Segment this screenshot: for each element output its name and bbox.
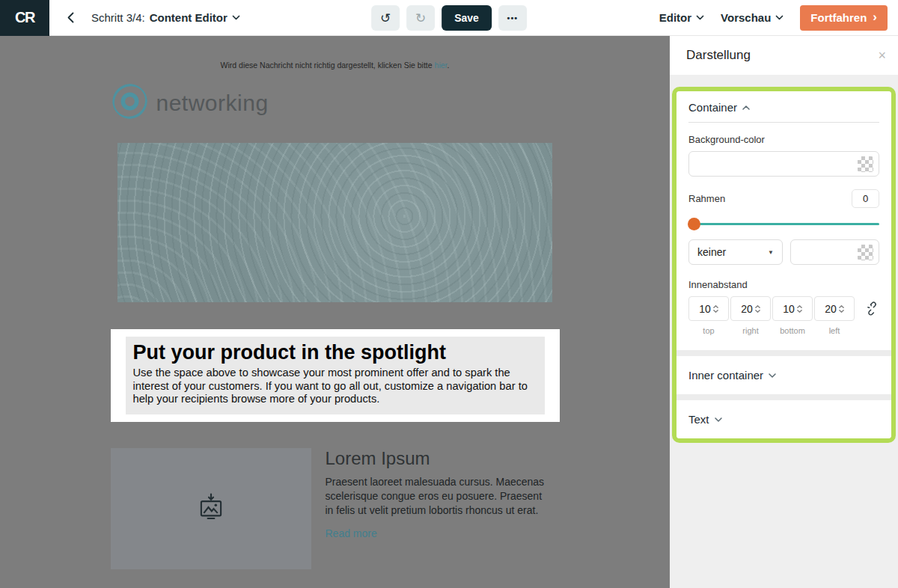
border-width-input[interactable] [852, 189, 879, 208]
stepper-arrows-icon[interactable] [713, 305, 718, 313]
notice-link[interactable]: hier [435, 61, 448, 70]
notice-suffix: . [447, 61, 449, 70]
read-more-link[interactable]: Read more [326, 527, 377, 539]
close-icon[interactable]: × [878, 49, 886, 62]
sidebar-header: Darstellung × [670, 36, 898, 75]
view-tools: Editor Vorschau Fortfahren › [659, 5, 898, 31]
border-width-slider[interactable] [688, 218, 879, 230]
app-logo[interactable]: CR [0, 0, 49, 36]
step-selector[interactable]: Schritt 3/4: Content Editor [91, 11, 240, 24]
chevron-down-icon [769, 373, 776, 378]
redo-icon: ↻ [415, 10, 426, 26]
brand-logo-icon [111, 82, 149, 123]
padding-top-input[interactable]: 10 [688, 296, 729, 321]
editor-menu[interactable]: Editor [659, 11, 704, 24]
chevron-left-icon [67, 12, 74, 23]
padding-bottom-input[interactable]: 10 [772, 296, 813, 321]
section-inner-container-header[interactable]: Inner container [688, 369, 879, 382]
stepper-arrows-icon[interactable] [839, 305, 844, 313]
border-style-value: keiner [697, 246, 726, 258]
brand-logo-block[interactable]: networking [111, 82, 560, 123]
sidebar-spacer [670, 75, 898, 87]
slider-thumb[interactable] [688, 218, 700, 230]
padding-left-value: 20 [825, 303, 837, 315]
image-upload-icon [195, 491, 227, 526]
background-color-label: Background-color [688, 134, 879, 145]
padding-left-stepper: 20 left [814, 296, 855, 335]
spotlight-body: Use the space above to showcase your mos… [133, 367, 537, 405]
editor-menu-label: Editor [659, 11, 691, 24]
spotlight-heading: Put your product in the spotlight [133, 340, 537, 364]
section-container-label: Container [688, 101, 737, 114]
save-button[interactable]: Save [442, 5, 492, 31]
hero-image-block[interactable] [117, 143, 552, 302]
edit-tools: ↺ ↻ Save ••• [371, 0, 527, 36]
undo-button[interactable]: ↺ [371, 5, 400, 31]
redo-button[interactable]: ↻ [406, 5, 435, 31]
email-canvas: Wird diese Nachricht nicht richtig darge… [0, 36, 670, 588]
preview-menu[interactable]: Vorschau [721, 11, 784, 24]
selected-text-container[interactable]: Put your product in the spotlight Use th… [111, 329, 560, 422]
image-placeholder-block[interactable] [111, 448, 311, 569]
email-document: Wird diese Nachricht nicht richtig darge… [111, 61, 560, 569]
spotlight-inner-container: Put your product in the spotlight Use th… [126, 337, 545, 414]
stepper-arrows-icon[interactable] [755, 305, 760, 313]
app-logo-text: CR [15, 9, 34, 26]
preview-menu-label: Vorschau [721, 11, 771, 24]
undo-icon: ↺ [380, 10, 391, 26]
more-options-button[interactable]: ••• [498, 5, 527, 31]
chevron-down-icon [232, 15, 240, 20]
transparency-swatch-icon[interactable] [858, 156, 873, 172]
caret-down-icon: ▼ [768, 249, 774, 256]
brand-name: networking [156, 91, 269, 116]
padding-right-value: 20 [741, 303, 753, 315]
sidebar-title: Darstellung [686, 48, 751, 63]
section-text-label: Text [688, 413, 709, 426]
padding-right-input[interactable]: 20 [730, 296, 771, 321]
browser-view-notice: Wird diese Nachricht nicht richtig darge… [111, 61, 560, 70]
style-sidebar: Darstellung × Container Background-color [670, 36, 898, 588]
top-toolbar: CR Schritt 3/4: Content Editor ↺ ↻ Save … [0, 0, 898, 36]
section-divider [688, 122, 879, 123]
notice-text: Wird diese Nachricht nicht richtig darge… [221, 61, 435, 70]
section-text-header[interactable]: Text [688, 413, 879, 426]
padding-bottom-stepper: 10 bottom [772, 296, 813, 335]
padding-left-input[interactable]: 20 [814, 296, 855, 321]
border-label: Rahmen [688, 193, 725, 204]
article-block: Lorem Ipsum Praesent laoreet malesuada c… [111, 448, 560, 569]
padding-right-label: right [730, 326, 771, 335]
padding-steppers: 10 top 20 [688, 296, 879, 335]
section-inner-container[interactable]: Inner container [676, 356, 891, 394]
chevron-up-icon [742, 105, 750, 110]
section-container-header[interactable]: Container [688, 101, 879, 114]
padding-label: Innenabstand [688, 279, 879, 290]
step-name: Content Editor [150, 11, 227, 24]
unlink-values-icon[interactable] [865, 301, 879, 319]
sidebar-empty-area [670, 443, 898, 588]
article-text-block[interactable]: Lorem Ipsum Praesent laoreet malesuada c… [326, 448, 560, 569]
continue-label: Fortfahren [810, 11, 867, 24]
article-heading: Lorem Ipsum [326, 448, 552, 469]
padding-right-stepper: 20 right [730, 296, 771, 335]
background-color-input[interactable] [688, 151, 879, 177]
padding-left-label: left [814, 326, 855, 335]
border-color-input[interactable] [790, 239, 879, 265]
chevron-down-icon [775, 15, 784, 20]
back-button[interactable] [55, 3, 85, 33]
padding-top-stepper: 10 top [688, 296, 729, 335]
border-style-select[interactable]: keiner ▼ [688, 239, 783, 265]
slider-track[interactable] [688, 223, 879, 225]
continue-button[interactable]: Fortfahren › [800, 5, 888, 31]
article-body: Praesent laoreet malesuada cursus. Maece… [326, 475, 552, 518]
transparency-swatch-icon[interactable] [858, 245, 873, 260]
section-text[interactable]: Text [676, 400, 891, 438]
ellipsis-icon: ••• [507, 13, 519, 22]
chevron-down-icon [696, 15, 704, 20]
highlighted-settings-group: Container Background-color Rahmen [672, 87, 896, 443]
padding-top-value: 10 [699, 303, 711, 315]
padding-bottom-label: bottom [772, 326, 813, 335]
chevron-down-icon [715, 417, 722, 422]
section-container: Container Background-color Rahmen [676, 91, 891, 350]
step-label: Schritt 3/4: [91, 11, 145, 24]
stepper-arrows-icon[interactable] [797, 305, 802, 313]
